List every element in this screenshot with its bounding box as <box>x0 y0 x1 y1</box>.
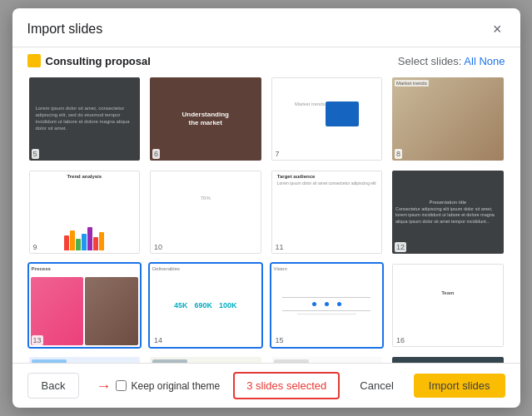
slide-number-8: 8 <box>395 149 402 160</box>
keep-theme-label: Keep original theme <box>116 380 220 392</box>
slide-item-19[interactable]: Wendy Writers 19 <box>270 355 385 363</box>
dialog-title: Import slides <box>27 22 103 37</box>
slide-item-15[interactable]: Vision 15 <box>270 262 385 349</box>
slide-number-12: 12 <box>395 242 406 253</box>
slide-number-13: 13 <box>32 335 43 346</box>
slide-item-5[interactable]: Lorem ipsum dolor sit amet, consectetur … <box>27 76 142 162</box>
footer-right: 3 slides selected Cancel Import slides <box>233 372 505 399</box>
select-all-area: Select slides: All None <box>398 55 505 67</box>
keep-theme-checkbox[interactable] <box>116 380 127 391</box>
slide-item-13[interactable]: Process 13 <box>27 262 142 349</box>
arrow-hint: → <box>96 379 111 394</box>
dialog-subheader: Consulting proposal Select slides: All N… <box>12 47 520 72</box>
close-button[interactable]: × <box>490 20 505 38</box>
slide-item-6[interactable]: Understandingthe market 6 <box>148 76 263 162</box>
slide-item-20[interactable]: Thank you. 20 <box>390 355 505 363</box>
slide-number-10: 10 <box>152 242 164 253</box>
red-arrow-icon: → <box>96 379 111 394</box>
back-button[interactable]: Back <box>27 373 80 399</box>
slide-item-11[interactable]: Target audience Lorem ipsum dolor sit am… <box>270 169 385 255</box>
slide-item-7[interactable]: Market trends 7 <box>270 76 385 162</box>
slides-grid-container: Lorem ipsum dolor sit amet, consectetur … <box>12 72 520 363</box>
slide-item-18[interactable]: Vinny Viewer 18 <box>148 355 263 363</box>
slide-item-9[interactable]: Trend analysis 9 <box>27 169 142 255</box>
presentation-icon <box>27 54 41 67</box>
import-slides-button[interactable]: Import slides <box>414 374 505 398</box>
slide-item-12[interactable]: Presentation title Consectetur adipiscin… <box>390 169 505 255</box>
slides-grid: Lorem ipsum dolor sit amet, consectetur … <box>27 76 505 363</box>
slide-item-17[interactable]: Barry Books 17 <box>27 355 142 363</box>
all-none-link[interactable]: All None <box>464 55 505 67</box>
slide-number-11: 11 <box>274 242 286 253</box>
slide-number-7: 7 <box>274 149 281 160</box>
cancel-button[interactable]: Cancel <box>346 374 406 398</box>
slide-number-14: 14 <box>152 335 164 346</box>
slide-number-9: 9 <box>32 242 39 253</box>
presentation-name: Consulting proposal <box>27 54 151 67</box>
slide-item-10[interactable]: 70% 10 <box>148 169 263 255</box>
slide-number-6: 6 <box>152 149 160 160</box>
slide-item-14[interactable]: Deliverables 45K 690K 100K 14 <box>148 262 263 349</box>
dialog-footer: Back → Keep original theme 3 slides sele… <box>12 363 520 408</box>
slide-number-16: 16 <box>395 335 406 346</box>
selected-count-badge: 3 slides selected <box>233 372 340 399</box>
dialog-header: Import slides × <box>12 8 520 47</box>
slide-number-5: 5 <box>32 149 39 160</box>
import-slides-dialog: Import slides × Consulting proposal Sele… <box>12 8 520 408</box>
slide-item-16[interactable]: Team 16 <box>390 262 505 349</box>
footer-left: Back → Keep original theme <box>27 373 227 399</box>
slide-number-15: 15 <box>274 335 286 346</box>
slide-item-8[interactable]: Market trends 8 <box>390 76 505 162</box>
